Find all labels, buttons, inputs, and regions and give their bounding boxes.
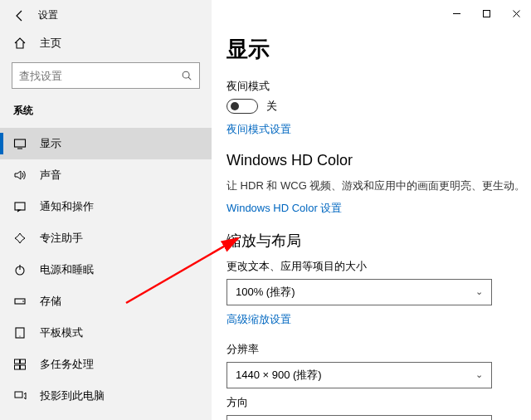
resolution-value: 1440 × 900 (推荐) bbox=[236, 368, 322, 383]
settings-title: 设置 bbox=[38, 8, 58, 22]
night-mode-toggle[interactable] bbox=[227, 99, 258, 114]
back-button[interactable] bbox=[13, 9, 27, 22]
notifications-icon bbox=[13, 200, 27, 213]
hd-color-title: Windows HD Color bbox=[227, 152, 531, 169]
toggle-state-label: 关 bbox=[266, 99, 277, 114]
sidebar-item-label: 声音 bbox=[40, 168, 61, 183]
home-nav[interactable]: 主页 bbox=[0, 26, 212, 59]
close-button[interactable] bbox=[501, 3, 531, 23]
orientation-select[interactable]: 横向 ⌄ bbox=[227, 415, 492, 421]
svg-rect-1 bbox=[15, 139, 26, 147]
chevron-down-icon: ⌄ bbox=[475, 286, 483, 297]
sidebar-item-display[interactable]: 显示 bbox=[0, 128, 212, 159]
svg-point-0 bbox=[183, 71, 189, 78]
svg-rect-11 bbox=[21, 365, 26, 369]
sidebar-item-label: 投影到此电脑 bbox=[40, 388, 105, 403]
svg-rect-9 bbox=[21, 359, 26, 364]
content-pane: 显示 夜间模式 关 夜间模式设置 Windows HD Color 让 HDR … bbox=[212, 0, 531, 420]
sidebar-item-label: 专注助手 bbox=[40, 231, 83, 246]
storage-icon bbox=[13, 295, 27, 308]
sidebar-item-power[interactable]: 电源和睡眠 bbox=[0, 254, 212, 286]
sidebar-item-label: 显示 bbox=[40, 136, 61, 151]
section-label-system: 系统 bbox=[0, 97, 212, 123]
page-title: 显示 bbox=[227, 35, 531, 64]
sidebar-item-multitask[interactable]: 多任务处理 bbox=[0, 349, 212, 380]
sidebar-item-label: 平板模式 bbox=[40, 325, 83, 340]
sidebar-item-storage[interactable]: 存储 bbox=[0, 286, 212, 317]
scale-title: 缩放与布局 bbox=[227, 231, 531, 251]
search-input[interactable] bbox=[19, 70, 181, 82]
search-input-container[interactable] bbox=[12, 62, 200, 89]
sidebar-item-label: 电源和睡眠 bbox=[40, 262, 94, 277]
multitask-icon bbox=[13, 358, 27, 371]
hd-color-settings-link[interactable]: Windows HD Color 设置 bbox=[227, 201, 531, 216]
scale-label: 更改文本、应用等项目的大小 bbox=[227, 259, 531, 274]
home-label: 主页 bbox=[40, 36, 61, 51]
svg-point-5 bbox=[22, 300, 24, 302]
home-icon bbox=[13, 37, 27, 50]
night-mode-settings-link[interactable]: 夜间模式设置 bbox=[227, 122, 531, 137]
sidebar-item-label: 多任务处理 bbox=[40, 357, 94, 372]
resolution-select[interactable]: 1440 × 900 (推荐) ⌄ bbox=[227, 362, 492, 388]
svg-rect-8 bbox=[15, 359, 20, 364]
svg-rect-13 bbox=[483, 10, 490, 17]
resolution-label: 分辨率 bbox=[227, 342, 531, 357]
power-icon bbox=[13, 263, 27, 276]
hd-color-desc: 让 HDR 和 WCG 视频、游戏和应用中的画面更明亮、更生动。 bbox=[227, 178, 531, 194]
scale-value: 100% (推荐) bbox=[236, 285, 295, 300]
sidebar-item-tablet[interactable]: 平板模式 bbox=[0, 317, 212, 349]
sound-icon bbox=[13, 168, 27, 182]
sidebar-item-project[interactable]: 投影到此电脑 bbox=[0, 380, 212, 412]
tablet-icon bbox=[13, 326, 27, 339]
svg-point-7 bbox=[19, 335, 20, 336]
sidebar-item-label: 存储 bbox=[40, 294, 61, 309]
svg-rect-2 bbox=[15, 203, 25, 210]
advanced-scale-link[interactable]: 高级缩放设置 bbox=[227, 312, 531, 327]
focus-icon bbox=[13, 232, 27, 245]
scale-select[interactable]: 100% (推荐) ⌄ bbox=[227, 279, 492, 305]
sidebar-item-notifications[interactable]: 通知和操作 bbox=[0, 191, 212, 222]
svg-rect-10 bbox=[15, 365, 20, 369]
chevron-down-icon: ⌄ bbox=[475, 369, 483, 380]
sidebar-item-label: 通知和操作 bbox=[40, 199, 94, 214]
svg-rect-12 bbox=[15, 392, 22, 398]
sidebar-item-focus[interactable]: 专注助手 bbox=[0, 222, 212, 254]
sidebar: 设置 主页 系统 显示 声音 bbox=[0, 0, 212, 420]
orientation-label: 方向 bbox=[227, 395, 531, 410]
display-icon bbox=[13, 137, 27, 150]
sidebar-item-sound[interactable]: 声音 bbox=[0, 159, 212, 191]
project-icon bbox=[13, 389, 27, 403]
maximize-button[interactable] bbox=[471, 3, 501, 23]
search-icon bbox=[181, 70, 192, 81]
minimize-button[interactable] bbox=[441, 3, 471, 23]
night-mode-label: 夜间模式 bbox=[227, 79, 531, 94]
